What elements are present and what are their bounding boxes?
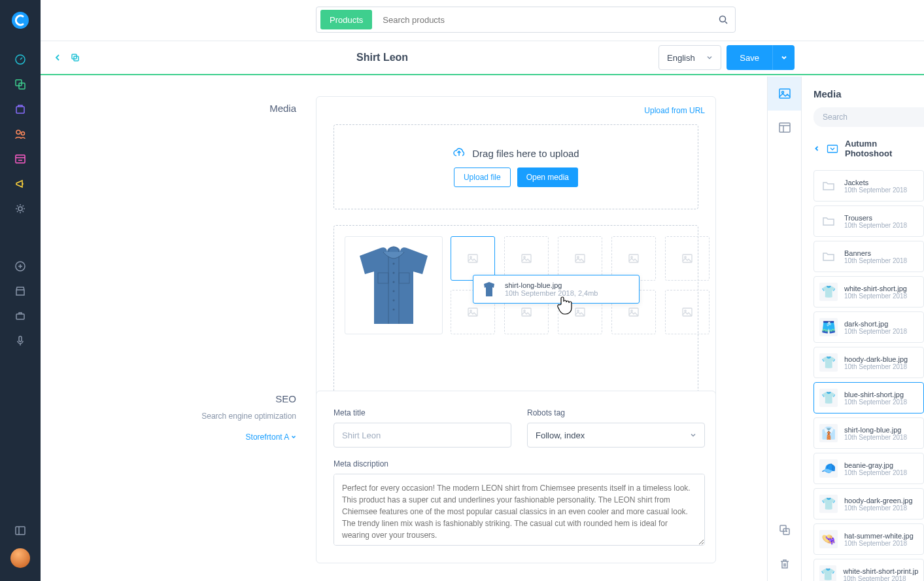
media-panel: Media Search Autumn Photoshoot Jackets10… [801,77,924,581]
media-placeholder[interactable] [665,236,710,281]
media-placeholder[interactable] [451,236,495,281]
file-thumb-icon: 👒 [819,530,838,548]
breadcrumb-back-icon[interactable] [813,145,820,152]
svg-point-35 [470,310,471,311]
product-main-thumbnail[interactable] [345,236,443,334]
media-file-item[interactable]: 👒hat-summer-white.jpg10th September 2018 [813,523,924,555]
media-file-item[interactable]: 👕white-shirt-short-print.jpg10th Septemb… [813,559,924,581]
svg-rect-7 [16,155,25,163]
nav-marketing-icon[interactable] [14,178,26,190]
svg-point-0 [12,12,29,29]
nav-catalog-icon[interactable] [14,79,26,90]
page-title: Shirt Leon [356,52,408,63]
file-thumb-icon: 🩳 [819,318,838,336]
language-label: English [667,53,695,63]
robots-label: Robots tag [527,408,705,417]
media-file-item[interactable]: 👔shirt-long-blue.jpg10th September 2018 [813,417,924,449]
dropzone-text: Drag files here to upload [472,148,579,159]
language-select[interactable]: English [659,45,721,70]
main-content: Media Upload from URL Drag files here to… [41,77,767,581]
search-category-button[interactable]: Products [320,10,372,29]
upload-file-button[interactable]: Upload file [454,167,511,187]
tab-trash-icon[interactable] [768,547,802,581]
search-icon[interactable] [711,15,735,24]
folder-dropdown-icon[interactable] [827,143,838,154]
media-file-item[interactable]: 🧢beanie-gray.jpg10th September 2018 [813,453,924,484]
svg-point-25 [470,256,471,258]
robots-select[interactable]: Follow, index [527,423,705,448]
media-folder-item[interactable]: Banners10th September 2018 [813,241,924,272]
svg-rect-10 [16,314,24,319]
chevron-down-icon [706,54,713,61]
media-breadcrumb: Autumn Photoshoot [802,127,924,170]
nav-orders-icon[interactable] [14,103,26,115]
media-file-item[interactable]: 👕white-shirt-short.jpg10th September 201… [813,276,924,308]
svg-point-37 [524,310,525,311]
chevron-down-icon [291,434,296,440]
media-file-item[interactable]: 👕hoody-dark-green.jpg10th September 2018 [813,488,924,519]
storefront-select[interactable]: Storefrtont A [246,432,296,442]
logo-icon [0,0,41,41]
media-placeholder[interactable] [504,236,549,281]
svg-rect-49 [828,145,838,152]
save-button[interactable]: Save [727,45,772,70]
drag-tooltip-meta: 10th September 2018, 2,4mb [505,289,598,297]
search-bar: Products [316,7,736,33]
nav-mic-icon[interactable] [14,335,26,347]
nav-settings-icon[interactable] [14,203,26,215]
svg-point-29 [577,256,579,258]
media-folder-item[interactable]: Trousers10th September 2018 [813,205,924,237]
nav-dashboard-icon[interactable] [14,54,26,65]
tab-layout[interactable] [768,111,802,145]
file-thumb-icon: 👕 [819,495,838,513]
nav-briefcase-icon[interactable] [14,310,26,322]
nav-sidebar-icon[interactable] [14,525,26,537]
chevron-down-icon [690,432,696,438]
meta-title-input[interactable] [334,423,511,448]
file-thumb-icon: 👕 [819,353,838,372]
media-file-item[interactable]: 👕hoody-dark-blue.jpg10th September 2018 [813,347,924,378]
media-folder-item[interactable]: Jackets10th September 2018 [813,170,924,202]
search-input[interactable] [376,15,711,25]
media-panel-list: Jackets10th September 2018Trousers10th S… [802,170,924,581]
media-file-item[interactable]: 👕blue-shirt-short.jpg10th September 2018 [813,382,924,414]
tab-copy-icon[interactable] [768,513,802,547]
svg-point-8 [18,207,22,211]
copy-icon[interactable] [71,53,80,62]
svg-rect-44 [779,89,790,98]
svg-point-41 [631,310,632,311]
nav-customers-icon[interactable] [14,128,26,140]
drag-tooltip-name: shirt-long-blue.jpg [505,281,598,289]
open-media-button[interactable]: Open media [517,167,578,187]
file-thumb-icon: 👕 [819,283,838,301]
svg-point-31 [631,256,632,258]
svg-point-13 [720,16,726,22]
drag-tooltip: shirt-long-blue.jpg 10th September 2018,… [473,275,640,304]
svg-point-5 [16,130,20,134]
meta-desc-textarea[interactable] [334,474,705,546]
page-header: Shirt Leon English Save [41,41,924,75]
nav-shop-icon[interactable] [14,285,26,297]
file-thumb-icon: 👕 [819,565,836,581]
file-thumb-icon: 👕 [819,389,838,407]
nav-add-icon[interactable] [14,260,26,272]
media-placeholder[interactable] [611,236,656,281]
media-placeholder[interactable] [665,290,710,334]
svg-point-20 [393,300,395,302]
upload-url-link[interactable]: Upload from URL [644,106,705,115]
media-panel-search[interactable]: Search [813,107,924,127]
svg-point-6 [22,132,25,135]
back-icon[interactable] [54,54,61,62]
media-placeholder[interactable] [558,236,602,281]
avatar[interactable] [10,548,30,568]
svg-point-43 [685,310,686,311]
tab-media[interactable] [768,77,802,111]
nav-content-icon[interactable] [14,153,26,165]
shirt-image-icon [354,243,433,328]
seo-sublabel: Search engine optimization [201,412,296,421]
svg-rect-11 [19,336,22,342]
media-file-item[interactable]: 🩳dark-short.jpg10th September 2018 [813,311,924,343]
dropzone[interactable]: Drag files here to upload Upload file Op… [334,124,698,209]
save-dropdown-button[interactable] [772,45,795,70]
folder-icon [819,212,838,230]
